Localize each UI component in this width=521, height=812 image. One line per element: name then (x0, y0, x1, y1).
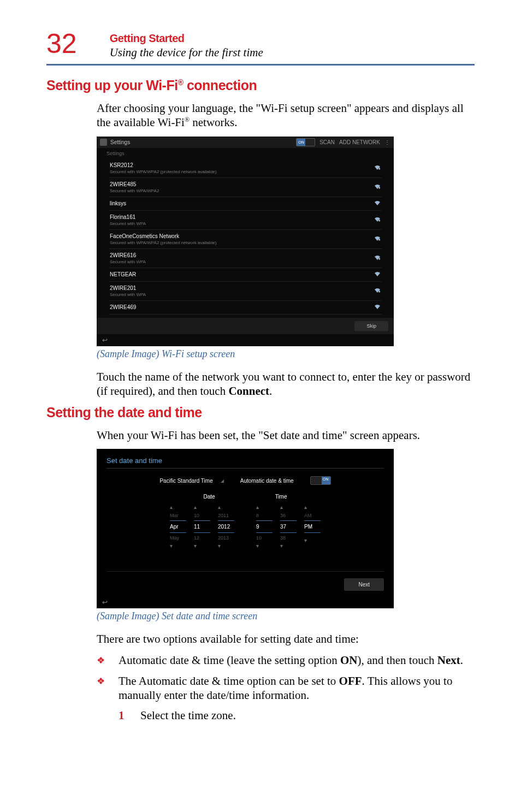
datetime-caption: (Sample Image) Set date and time screen (97, 611, 475, 622)
auto-datetime-label: Automatic date & time (240, 478, 294, 484)
wifi-signal-icon (374, 236, 381, 241)
date-picker-next: 12 (194, 533, 210, 543)
connect-label: Connect (228, 384, 269, 398)
time-header: Time (275, 494, 287, 500)
time-picker-next: 38 (280, 533, 297, 543)
bullet1-c: . (460, 654, 463, 667)
next-label: Next (437, 654, 460, 667)
wifi-network-security: Secured with WPA (110, 292, 146, 297)
wifi-network-name: KSR2012 (110, 162, 216, 168)
wifi-network-name: 2WIRE485 (110, 181, 159, 187)
time-picker-column[interactable]: ▴ 36 37 38 ▾ (280, 504, 297, 549)
wifi-network-row[interactable]: NETGEAR (109, 268, 382, 282)
chevron-up-icon[interactable]: ▴ (280, 504, 297, 511)
wifi-network-row[interactable]: 2WIRE201 Secured with WPA (109, 282, 382, 301)
date-picker-selected: 11 (194, 520, 210, 533)
wifi-heading: Setting up your Wi-Fi® connection (46, 78, 475, 93)
time-picker-selected: 37 (280, 520, 297, 533)
page-number: 32 (46, 30, 77, 57)
wifi-intro: After choosing your language, the "Wi-Fi… (97, 101, 475, 130)
chevron-up-icon[interactable]: ▴ (194, 504, 210, 511)
wifi-signal-icon (374, 184, 381, 189)
chevron-down-icon[interactable]: ▾ (194, 543, 210, 549)
wifi-network-row[interactable]: 2WIRE469 (109, 301, 382, 315)
date-picker-next: May (170, 533, 186, 543)
wifi-network-row[interactable]: 2WIRE616 Secured with WPA (109, 249, 382, 268)
wifi-network-name: linksys (110, 200, 126, 206)
chevron-down-icon[interactable]: ▾ (218, 543, 234, 549)
time-picker-column[interactable]: ▴ AM PM ▾ (304, 504, 321, 549)
scan-button[interactable]: SCAN (319, 139, 335, 145)
date-picker-prev: Mar (170, 511, 186, 520)
date-header: Date (204, 494, 215, 500)
step-1: 1 Select the time zone. (119, 709, 475, 722)
back-icon[interactable]: ↩ (97, 596, 394, 608)
wifi-signal-icon (374, 288, 381, 293)
option-bullet-2: ❖ The Automatic date & time option can b… (97, 674, 475, 703)
chevron-up-icon[interactable]: ▴ (304, 504, 321, 511)
wifi-network-row[interactable]: KSR2012 Secured with WPA/WPA2 (protected… (109, 159, 382, 178)
date-picker-column[interactable]: ▴ 10 11 12 ▾ (194, 504, 210, 549)
bullet-icon: ❖ (97, 674, 119, 687)
header-section: Getting Started (110, 32, 263, 45)
bullet-icon: ❖ (97, 653, 119, 666)
wifi-network-name: 2WIRE201 (110, 285, 146, 291)
svg-rect-5 (379, 220, 380, 221)
wifi-signal-icon (374, 255, 381, 260)
date-picker-column[interactable]: ▴ Mar Apr May ▾ (170, 504, 186, 549)
dropdown-icon[interactable]: ◢ (221, 478, 224, 483)
dt-title: Set date and time (97, 449, 394, 468)
chevron-down-icon[interactable]: ▾ (256, 543, 273, 549)
wifi-network-name: FaceOneCosmetics Network (110, 233, 216, 239)
wifi-after-text: Touch the name of the network you want t… (97, 370, 475, 399)
wifi-heading-tail: connection (183, 78, 257, 93)
wifi-network-name: Florina161 (110, 214, 146, 220)
svg-rect-3 (379, 187, 380, 188)
overflow-menu-icon[interactable]: ⋮ (384, 139, 390, 145)
svg-rect-11 (379, 291, 380, 292)
chevron-up-icon[interactable]: ▴ (256, 504, 273, 511)
off-label: OFF (339, 674, 362, 687)
time-picker-prev: 36 (280, 511, 297, 520)
wifi-after-a: Touch the name of the network you want t… (97, 370, 470, 398)
chevron-up-icon[interactable]: ▴ (218, 504, 234, 511)
on-label: ON (340, 654, 358, 667)
time-picker-next: 10 (256, 533, 273, 543)
wifi-signal-icon (374, 165, 381, 170)
timezone-value[interactable]: Pacific Standard Time (159, 478, 212, 484)
registered-mark: ® (178, 78, 183, 87)
wifi-intro-a: After choosing your language, the "Wi-Fi… (97, 102, 464, 129)
datetime-screenshot: Set date and time Pacific Standard Time … (97, 449, 394, 608)
auto-datetime-toggle[interactable] (310, 476, 331, 485)
wifi-signal-icon (374, 217, 381, 222)
options-intro: There are two options available for sett… (97, 632, 475, 646)
step-number: 1 (119, 709, 140, 722)
wifi-signal-icon (374, 304, 381, 310)
chevron-down-icon[interactable]: ▾ (304, 537, 321, 544)
date-picker-selected: Apr (170, 520, 186, 533)
wifi-network-security: Secured with WPA (110, 259, 146, 264)
time-picker-column[interactable]: ▴ 8 9 10 ▾ (256, 504, 273, 549)
time-picker-prev: AM (304, 511, 321, 520)
wifi-signal-icon (374, 200, 381, 206)
date-picker-column[interactable]: ▴ 2011 2012 2013 ▾ (218, 504, 234, 549)
date-picker-prev: 2011 (218, 511, 234, 520)
settings-title: Settings (110, 139, 130, 145)
svg-rect-7 (379, 239, 380, 240)
wifi-network-row[interactable]: linksys (109, 197, 382, 211)
next-button[interactable]: Next (344, 578, 384, 591)
wifi-toggle[interactable]: ON (296, 138, 315, 146)
wifi-network-row[interactable]: Florina161 Secured with WPA (109, 211, 382, 230)
wifi-network-row[interactable]: 2WIRE485 Secured with WPA/WPA2 (109, 178, 382, 197)
chevron-up-icon[interactable]: ▴ (170, 504, 186, 511)
back-icon[interactable]: ↩ (97, 334, 394, 346)
wifi-network-name: 2WIRE616 (110, 252, 146, 258)
add-network-button[interactable]: ADD NETWORK (339, 139, 380, 145)
date-picker-prev: 10 (194, 511, 210, 520)
skip-button[interactable]: Skip (354, 321, 388, 331)
wifi-network-row[interactable]: FaceOneCosmetics Network Secured with WP… (109, 230, 382, 249)
chevron-down-icon[interactable]: ▾ (170, 543, 186, 549)
step-text: Select the time zone. (140, 709, 236, 722)
chevron-down-icon[interactable]: ▾ (280, 543, 297, 549)
wifi-network-name: 2WIRE469 (110, 304, 136, 310)
